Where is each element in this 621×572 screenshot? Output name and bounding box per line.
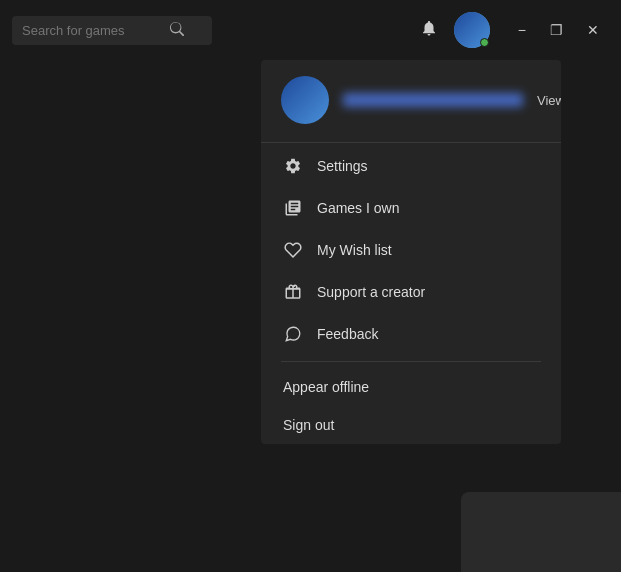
profile-name-blur bbox=[343, 93, 523, 107]
games-i-own-label: Games I own bbox=[317, 200, 399, 216]
feedback-icon bbox=[283, 324, 303, 344]
appear-offline-label: Appear offline bbox=[283, 379, 369, 395]
bottom-right-area bbox=[461, 492, 621, 572]
user-avatar-container[interactable] bbox=[454, 12, 490, 48]
profile-avatar bbox=[281, 76, 329, 124]
search-icon bbox=[170, 22, 184, 39]
menu-item-games-i-own[interactable]: Games I own bbox=[261, 187, 561, 229]
support-creator-label: Support a creator bbox=[317, 284, 425, 300]
notification-button[interactable] bbox=[412, 15, 446, 46]
divider-top bbox=[261, 142, 561, 143]
user-dropdown-menu: View profile Settings Games I own My Wis… bbox=[261, 60, 561, 444]
close-button[interactable]: ✕ bbox=[577, 18, 609, 42]
titlebar-right: − ❐ ✕ bbox=[412, 12, 609, 48]
profile-header[interactable]: View profile bbox=[261, 60, 561, 140]
wish-list-label: My Wish list bbox=[317, 242, 392, 258]
section-divider bbox=[281, 361, 541, 362]
gift-icon bbox=[283, 282, 303, 302]
restore-button[interactable]: ❐ bbox=[540, 18, 573, 42]
menu-item-sign-out[interactable]: Sign out bbox=[261, 406, 561, 444]
feedback-label: Feedback bbox=[317, 326, 378, 342]
sign-out-label: Sign out bbox=[283, 417, 334, 433]
search-input[interactable] bbox=[22, 23, 162, 38]
heart-icon bbox=[283, 240, 303, 260]
minimize-button[interactable]: − bbox=[508, 18, 536, 42]
titlebar: − ❐ ✕ bbox=[0, 0, 621, 60]
settings-label: Settings bbox=[317, 158, 368, 174]
gear-icon bbox=[283, 156, 303, 176]
menu-item-support-creator[interactable]: Support a creator bbox=[261, 271, 561, 313]
view-profile-label: View profile bbox=[537, 93, 561, 108]
library-icon bbox=[283, 198, 303, 218]
menu-item-wish-list[interactable]: My Wish list bbox=[261, 229, 561, 271]
search-box[interactable] bbox=[12, 16, 212, 45]
menu-item-settings[interactable]: Settings bbox=[261, 145, 561, 187]
menu-item-appear-offline[interactable]: Appear offline bbox=[261, 368, 561, 406]
online-indicator bbox=[480, 38, 489, 47]
window-controls: − ❐ ✕ bbox=[508, 18, 609, 42]
menu-item-feedback[interactable]: Feedback bbox=[261, 313, 561, 355]
